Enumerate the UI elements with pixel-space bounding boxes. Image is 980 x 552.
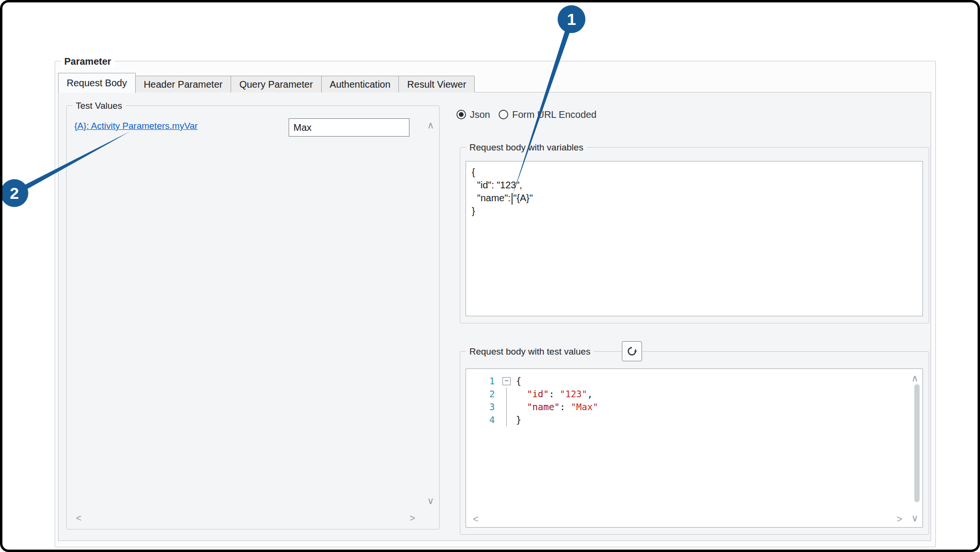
callout-2-badge [0, 179, 28, 207]
tab-header-parameter[interactable]: Header Parameter [135, 76, 232, 92]
line-number: 3 [466, 401, 495, 414]
fold-guide [495, 388, 516, 401]
refresh-icon [626, 345, 638, 357]
fold-collapse-icon[interactable]: − [495, 375, 516, 388]
scroll-up-icon[interactable]: ∧ [424, 119, 437, 131]
callout-1-badge [558, 5, 585, 33]
scroll-down-icon[interactable]: ∨ [424, 494, 437, 507]
request-body-variables-title: Request body with variables [466, 141, 587, 154]
line-number: 4 [466, 414, 495, 426]
radio-json-label: Json [470, 109, 490, 120]
radio-json-circle-icon [456, 110, 466, 119]
test-values-result-viewer: 1−{2 "id": "123",3 "name": "Max"4} ∧ ∨ <… [466, 368, 923, 528]
callout-2-number: 2 [10, 184, 19, 202]
code-line: 1−{ [466, 375, 908, 388]
body-format-radio-group: Json Form URL Encoded [456, 107, 596, 122]
parameter-groupbox-title: Parameter [61, 55, 115, 68]
activity-parameter-link[interactable]: {A}: Activity Parameters.myVar [74, 121, 198, 131]
code-line: 3 "name": "Max" [466, 401, 908, 414]
test-value-input[interactable] [289, 118, 409, 137]
code-text: "id": "123", [516, 388, 593, 401]
fold-guide [495, 414, 516, 426]
test-values-title: Test Values [72, 100, 126, 112]
code-text: { [516, 375, 521, 388]
scroll-left-icon[interactable]: < [72, 512, 85, 524]
tab-bar: Request BodyHeader ParameterQuery Parame… [58, 73, 475, 92]
tab-query-parameter[interactable]: Query Parameter [231, 76, 321, 92]
radio-form-url-encoded-label: Form URL Encoded [512, 109, 596, 120]
fold-guide [495, 401, 516, 414]
code-text: "name": "Max" [516, 401, 598, 414]
code-lines: 1−{2 "id": "123",3 "name": "Max"4} [466, 375, 908, 426]
line-number: 2 [466, 388, 495, 401]
code-text: } [516, 414, 521, 426]
test-values-groupbox: Test Values [66, 105, 440, 529]
vertical-scrollbar-thumb[interactable] [914, 384, 920, 502]
code-scroll-left-icon[interactable]: < [469, 513, 482, 525]
code-line: 4} [466, 414, 908, 426]
refresh-button[interactable] [622, 341, 642, 361]
scroll-right-icon[interactable]: > [406, 512, 419, 524]
code-scroll-right-icon[interactable]: > [893, 513, 906, 525]
text-cursor [512, 193, 513, 205]
radio-json[interactable]: Json [456, 109, 490, 120]
line-number: 1 [466, 375, 495, 388]
code-scroll-up-icon[interactable]: ∧ [908, 372, 922, 384]
tab-authentication[interactable]: Authentication [321, 76, 399, 92]
code-scroll-down-icon[interactable]: ∨ [908, 512, 922, 524]
request-body-editor-text: { "id": "123", "name": "{A}" } [466, 161, 922, 222]
radio-form-url-encoded-circle-icon [499, 110, 508, 119]
tab-request-body[interactable]: Request Body [58, 73, 136, 93]
tab-result-viewer[interactable]: Result Viewer [398, 76, 475, 92]
screenshot-page: Parameter Request BodyHeader ParameterQu… [0, 0, 980, 552]
callout-1-number: 1 [567, 10, 576, 28]
request-body-editor[interactable]: { "id": "123", "name": "{A}" } [466, 161, 923, 316]
request-body-test-values-title: Request body with test values [466, 345, 594, 358]
code-line: 2 "id": "123", [466, 388, 908, 401]
radio-form-url-encoded[interactable]: Form URL Encoded [499, 109, 596, 120]
